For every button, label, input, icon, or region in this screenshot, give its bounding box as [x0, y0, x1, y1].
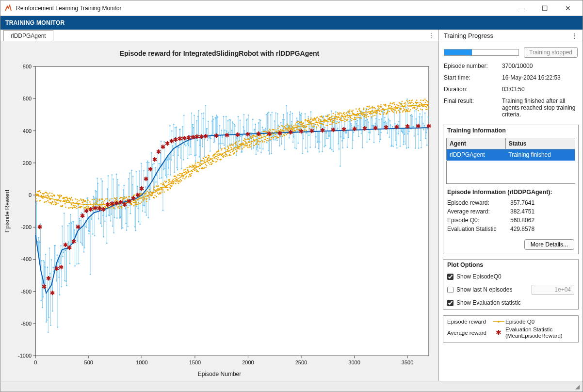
- show-n-option[interactable]: Show last N episodes: [447, 285, 574, 294]
- svg-point-981: [335, 111, 337, 113]
- svg-point-2194: [329, 117, 330, 118]
- svg-point-2400: [395, 106, 396, 107]
- svg-point-957: [327, 137, 329, 139]
- svg-point-473: [173, 124, 175, 125]
- show-q0-checkbox[interactable]: [447, 274, 453, 280]
- plot-options-group: Plot Options Show EpisodeQ0 Show last N …: [443, 259, 579, 310]
- svg-point-1867: [225, 156, 226, 157]
- close-button[interactable]: ✕: [557, 1, 579, 15]
- svg-point-967: [331, 110, 332, 112]
- svg-point-115: [59, 294, 61, 295]
- svg-point-1657: [158, 185, 159, 187]
- stop-training-button[interactable]: Training stopped: [524, 47, 578, 58]
- svg-text:✱: ✱: [42, 283, 47, 290]
- svg-point-77: [47, 266, 49, 268]
- panel-menu-icon[interactable]: ⋮: [571, 32, 578, 39]
- svg-text:✱: ✱: [352, 125, 357, 132]
- svg-point-2118: [305, 119, 306, 120]
- svg-point-1033: [352, 147, 353, 149]
- svg-text:✱: ✱: [384, 124, 389, 131]
- svg-point-477: [175, 127, 176, 129]
- svg-point-1632: [150, 191, 151, 193]
- svg-point-1815: [208, 157, 210, 158]
- svg-point-2122: [306, 126, 308, 127]
- svg-point-1473: [99, 198, 100, 200]
- svg-point-1602: [140, 196, 142, 198]
- table-row[interactable]: rlDDPGAgentTraining finished: [447, 149, 575, 161]
- svg-point-85: [49, 273, 51, 274]
- svg-point-2466: [416, 103, 417, 104]
- agent-status-table[interactable]: AgentStatus rlDDPGAgentTraining finished: [446, 138, 575, 184]
- show-eval-option[interactable]: Show Evaluation statistic: [447, 299, 574, 306]
- svg-text:-200: -200: [21, 224, 32, 230]
- svg-point-1675: [163, 191, 165, 193]
- svg-point-2356: [381, 106, 382, 108]
- svg-point-2354: [380, 114, 382, 115]
- svg-point-1642: [153, 188, 155, 190]
- svg-point-1940: [248, 141, 249, 142]
- svg-point-2136: [310, 117, 312, 119]
- svg-point-2231: [341, 120, 342, 121]
- svg-point-1709: [175, 178, 176, 180]
- maximize-button[interactable]: ☐: [534, 1, 555, 15]
- svg-point-1400: [76, 206, 78, 207]
- ribbon-tab[interactable]: TRAINING MONITOR: [0, 16, 583, 30]
- svg-point-321: [125, 208, 126, 210]
- svg-point-973: [333, 150, 334, 152]
- panel-header: Training Progress ⋮: [439, 30, 583, 42]
- svg-point-385: [145, 186, 146, 188]
- svg-point-1854: [221, 149, 222, 151]
- svg-point-1668: [162, 191, 163, 193]
- svg-point-2277: [356, 108, 357, 110]
- svg-point-1816: [209, 155, 210, 157]
- svg-point-1061: [360, 132, 362, 134]
- minimize-button[interactable]: —: [511, 1, 532, 15]
- svg-point-1326: [52, 201, 54, 203]
- svg-point-1203: [406, 147, 407, 149]
- svg-point-2093: [297, 121, 298, 123]
- svg-point-2396: [393, 102, 395, 104]
- svg-point-799: [277, 113, 278, 114]
- svg-text:2000: 2000: [242, 359, 254, 365]
- svg-point-1875: [227, 146, 229, 147]
- plot-area[interactable]: Episode reward for IntegratedSlidingRobo…: [0, 41, 438, 381]
- svg-point-925: [317, 141, 319, 142]
- n-episodes-input[interactable]: [532, 285, 574, 294]
- svg-point-1065: [362, 147, 363, 148]
- svg-point-1366: [65, 206, 66, 208]
- svg-point-951: [325, 132, 327, 134]
- svg-point-2087: [295, 123, 296, 125]
- more-details-button[interactable]: More Details...: [524, 239, 574, 250]
- svg-point-1221: [412, 115, 413, 117]
- svg-point-777: [270, 114, 272, 115]
- svg-point-1830: [213, 161, 214, 162]
- show-eval-checkbox[interactable]: [447, 300, 453, 306]
- svg-point-2502: [427, 105, 429, 106]
- svg-point-2245: [345, 118, 347, 120]
- svg-point-845: [292, 113, 293, 114]
- svg-point-1417: [81, 206, 83, 208]
- svg-point-1147: [388, 118, 389, 120]
- show-n-checkbox[interactable]: [447, 287, 453, 293]
- svg-text:✱: ✱: [288, 129, 293, 136]
- svg-point-2348: [378, 106, 380, 108]
- svg-point-1644: [154, 197, 155, 198]
- svg-point-205: [88, 230, 89, 231]
- show-q0-option[interactable]: Show EpisodeQ0: [447, 273, 574, 280]
- svg-point-1923: [243, 143, 244, 144]
- svg-point-353: [135, 230, 136, 231]
- tab-agent[interactable]: rlDDPGAgent: [3, 30, 53, 41]
- svg-point-683: [240, 135, 242, 137]
- svg-text:500: 500: [84, 359, 93, 365]
- svg-point-439: [162, 210, 164, 211]
- tab-menu-icon[interactable]: ⋮: [428, 32, 435, 39]
- svg-point-1518: [113, 207, 115, 209]
- svg-point-2306: [365, 114, 366, 115]
- svg-point-497: [181, 168, 182, 169]
- svg-point-441: [163, 169, 164, 170]
- svg-point-2156: [317, 124, 318, 125]
- svg-point-2287: [359, 108, 360, 109]
- svg-point-2091: [296, 129, 298, 130]
- svg-point-2097: [298, 120, 300, 122]
- svg-point-195: [84, 226, 86, 227]
